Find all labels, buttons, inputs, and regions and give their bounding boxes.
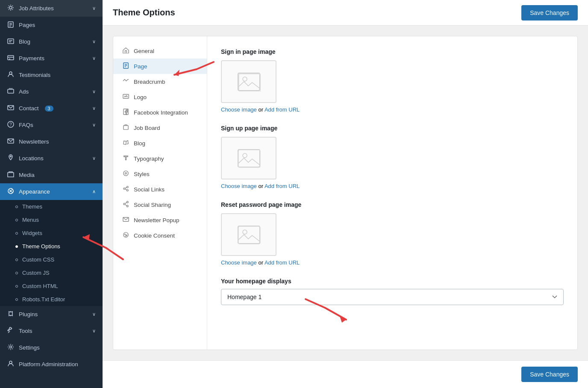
svg-rect-12	[8, 89, 14, 93]
dot-icon	[15, 259, 18, 261]
sidebar-item-pages[interactable]: Pages	[0, 17, 103, 33]
sidebar-item-contact[interactable]: Contact 3 ∨	[0, 100, 103, 117]
sidebar-label: Payments	[19, 55, 44, 62]
platform-admin-icon	[7, 360, 15, 368]
svg-rect-8	[8, 56, 14, 60]
nav-label: General	[134, 48, 154, 54]
sign-up-choose-image-link[interactable]: Choose image	[221, 183, 257, 189]
settings-icon	[7, 344, 15, 352]
svg-rect-63	[238, 150, 260, 168]
svg-rect-5	[8, 39, 14, 44]
sidebar-item-appearance[interactable]: Appearance ∧	[0, 183, 103, 200]
sign-in-image-links: Choose image or Add from URL	[221, 106, 564, 113]
sidebar-item-testimonials[interactable]: Testimonials	[0, 67, 103, 83]
left-nav-item-social-links[interactable]: Social Links	[113, 182, 207, 197]
sidebar-label: Appearance	[19, 188, 50, 195]
dot-icon	[15, 219, 18, 221]
dot-icon	[15, 272, 18, 274]
nav-label: Page	[134, 63, 147, 70]
left-nav-item-page[interactable]: Page	[113, 59, 207, 74]
reset-password-choose-image-link[interactable]: Choose image	[221, 259, 257, 266]
sign-in-image-placeholder[interactable]	[221, 60, 276, 103]
svg-rect-22	[9, 312, 12, 315]
sidebar-item-ads[interactable]: Ads ∨	[0, 83, 103, 100]
styles-icon	[122, 170, 129, 178]
sidebar-item-faqs[interactable]: ? FAQs ∨	[0, 117, 103, 133]
left-nav-item-typography[interactable]: Typography	[113, 151, 207, 166]
sidebar-sub-item-custom-js[interactable]: Custom JS	[0, 266, 103, 279]
sidebar-sub-item-menus[interactable]: Menus	[0, 213, 103, 226]
locations-icon	[7, 154, 15, 162]
sidebar-item-payments[interactable]: Payments ∨	[0, 50, 103, 67]
testimonials-icon	[7, 71, 15, 79]
svg-line-29	[8, 331, 10, 333]
sign-up-image-placeholder[interactable]	[221, 137, 276, 179]
left-nav-item-blog[interactable]: Blog	[113, 135, 207, 151]
left-nav-item-social-sharing[interactable]: Social Sharing	[113, 197, 207, 212]
left-nav-item-breadcrumb[interactable]: Breadcrumb	[113, 74, 207, 89]
left-nav-item-logo[interactable]: Logo	[113, 89, 207, 105]
logo-icon	[122, 93, 129, 101]
contact-badge: 3	[45, 106, 53, 112]
sign-up-add-url-link[interactable]: Add from URL	[265, 183, 300, 189]
svg-point-65	[243, 230, 247, 234]
sidebar-sub-item-custom-html[interactable]: Custom HTML	[0, 279, 103, 293]
chevron-icon: ∨	[92, 6, 96, 11]
sidebar-item-blog[interactable]: Blog ∨	[0, 33, 103, 50]
reset-password-add-url-link[interactable]: Add from URL	[265, 259, 300, 266]
sidebar-item-tools[interactable]: Tools ∨	[0, 323, 103, 339]
left-nav-item-cookie-consent[interactable]: Cookie Consent	[113, 228, 207, 243]
sidebar-item-newsletters[interactable]: Newsletters	[0, 133, 103, 150]
left-nav-item-job-board[interactable]: Job Board	[113, 120, 207, 135]
sign-in-add-url-link[interactable]: Add from URL	[265, 106, 300, 113]
cookie-icon	[122, 232, 129, 239]
appearance-icon	[7, 188, 15, 196]
sub-label: Custom JS	[22, 270, 50, 276]
svg-point-56	[126, 235, 127, 236]
svg-text:?: ?	[9, 122, 12, 127]
left-nav: General Page Breadcrumb	[113, 36, 207, 350]
sidebar-item-media[interactable]: Media	[0, 167, 103, 183]
save-changes-button-bottom[interactable]: Save Changes	[521, 367, 578, 382]
sidebar-item-job-attributes[interactable]: Job Attributes ∨	[0, 0, 103, 17]
sidebar-sub-item-widgets[interactable]: Widgets	[0, 226, 103, 240]
sidebar-item-settings[interactable]: Settings	[0, 339, 103, 356]
reset-password-image-section: Reset password page image Choose image o…	[221, 201, 564, 266]
homepage-section: Your homepage displays Homepage 1 Homepa…	[221, 278, 564, 305]
chevron-icon: ∨	[92, 56, 96, 61]
contact-icon	[7, 104, 15, 112]
left-nav-item-general[interactable]: General	[113, 43, 207, 59]
svg-rect-39	[123, 126, 128, 129]
sign-in-choose-image-link[interactable]: Choose image	[221, 106, 257, 113]
sidebar-sub-item-robots-txt[interactable]: Robots.Txt Editor	[0, 293, 103, 306]
homepage-label: Your homepage displays	[221, 278, 564, 285]
svg-point-57	[125, 236, 126, 237]
bottombar: Save Changes	[103, 360, 588, 388]
sub-label: Robots.Txt Editor	[22, 296, 65, 303]
svg-point-55	[124, 234, 125, 235]
typography-icon	[122, 155, 129, 162]
reset-password-image-placeholder[interactable]	[221, 213, 276, 256]
sidebar-sub-item-themes[interactable]: Themes	[0, 200, 103, 213]
svg-point-31	[9, 361, 12, 364]
sub-label: Custom CSS	[22, 256, 54, 263]
left-nav-item-styles[interactable]: Styles	[113, 166, 207, 182]
faqs-icon: ?	[7, 121, 15, 129]
nav-label: Styles	[134, 171, 150, 177]
sidebar-item-locations[interactable]: Locations ∨	[0, 150, 103, 167]
sidebar-item-platform-admin[interactable]: Platform Administration	[0, 356, 103, 373]
chevron-icon: ∨	[92, 122, 96, 128]
sidebar-sub-item-theme-options[interactable]: Theme Options	[0, 240, 103, 253]
left-nav-item-facebook[interactable]: Facebook Integration	[113, 105, 207, 120]
save-changes-button-top[interactable]: Save Changes	[521, 5, 578, 21]
chevron-icon: ∨	[92, 106, 96, 111]
homepage-select[interactable]: Homepage 1 Homepage 2 Homepage 3	[221, 289, 564, 305]
chevron-icon: ∧	[92, 189, 96, 194]
sidebar-label: Media	[19, 172, 35, 178]
left-nav-item-newsletter-popup[interactable]: Newsletter Popup	[113, 212, 207, 228]
sidebar-item-plugins[interactable]: Plugins ∨	[0, 306, 103, 323]
sidebar-label: Contact	[19, 105, 39, 112]
page-icon	[122, 62, 129, 70]
chevron-icon: ∨	[92, 312, 96, 317]
sidebar-sub-item-custom-css[interactable]: Custom CSS	[0, 253, 103, 266]
